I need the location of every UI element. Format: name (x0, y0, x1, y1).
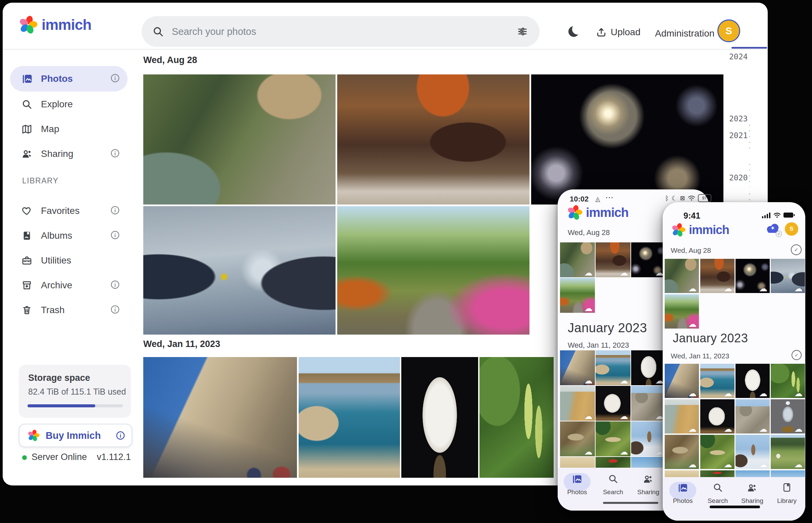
thumb-snow-village[interactable]: ☁ (736, 435, 770, 469)
thumb-lizard-rocks[interactable]: ☁ (665, 435, 699, 469)
thumb-fireworks[interactable]: ☁ (736, 259, 770, 293)
thumb-coastal[interactable]: ☁ (700, 364, 735, 398)
immich-flower-icon (19, 15, 38, 34)
map-icon (21, 124, 33, 134)
sidebar-item-explore[interactable]: Explore (3, 92, 137, 117)
phone2-nav-search[interactable]: Search (701, 483, 735, 505)
cloud-icon: ☁ (759, 460, 767, 469)
scrubber-year-2023[interactable]: 2023 (729, 114, 747, 123)
phone2-avatar[interactable]: S (785, 222, 798, 236)
scrubber-year-2020[interactable]: 2020 (729, 173, 747, 182)
thumb-autumn-path[interactable]: ☁ (665, 294, 699, 328)
info-icon[interactable] (110, 205, 120, 217)
info-icon[interactable] (116, 431, 125, 440)
thumb-bust[interactable]: ☁ (631, 350, 666, 385)
sidebar-item-trash[interactable]: Trash (3, 298, 137, 323)
sidebar-item-utilities[interactable]: Utilities (3, 248, 137, 273)
thumb-sand[interactable] (665, 470, 699, 477)
sidebar-item-favorites[interactable]: Favorites (3, 198, 137, 223)
thumb-sculpture[interactable]: ☁ (700, 399, 735, 433)
thumb-red-plant[interactable] (700, 470, 735, 477)
thumb-lizard-moss[interactable]: ☁ (700, 435, 735, 469)
info-icon[interactable] (110, 304, 120, 316)
photo-seagrape-plant[interactable] (480, 357, 554, 478)
thumb-lizard-moss[interactable]: ☁ (595, 421, 630, 456)
phone2-nav-photos[interactable]: Photos (666, 483, 699, 505)
thumb-ruins[interactable]: ☁ (736, 399, 770, 433)
select-all-check-icon[interactable]: ✓ (791, 245, 801, 255)
thumb-sculpture[interactable]: ☁ (595, 386, 630, 421)
thumb-alpine-village[interactable]: ☁ (771, 435, 805, 469)
app-logo[interactable]: immich (19, 15, 91, 34)
library-section-header: LIBRARY (22, 176, 59, 185)
phone2-nav-sharing[interactable]: Sharing (736, 483, 769, 505)
photo-fireworks[interactable] (531, 74, 723, 204)
phone1-notification-icon: ◬ (595, 195, 600, 203)
scrubber-year-2021[interactable]: 2021 (729, 131, 747, 140)
cloud-icon: ☁ (688, 425, 696, 433)
thumb-holding-hands[interactable]: ☁ (771, 259, 805, 293)
phone2-home-indicator[interactable] (710, 506, 760, 508)
thumb-fortress[interactable]: ☁ (560, 350, 595, 385)
sidebar-item-photos[interactable]: Photos (3, 66, 137, 91)
thumb-dinner-table[interactable]: ☁ (700, 259, 735, 293)
photo-fortress-walls[interactable] (143, 357, 297, 478)
photo-holding-hands[interactable] (143, 206, 335, 335)
phone1-nav-sharing[interactable]: Sharing (632, 474, 665, 496)
thumb-dinner-table[interactable]: ☁ (595, 242, 630, 277)
phone1-home-indicator[interactable] (603, 502, 658, 504)
thumb-lizard-rocks[interactable]: ☁ (560, 421, 595, 456)
thumb-sky[interactable] (771, 470, 805, 477)
administration-link[interactable]: Administration (655, 28, 714, 39)
thumb-bust[interactable]: ☁ (736, 364, 770, 398)
photo-jungle-monkeys[interactable] (143, 74, 335, 204)
scrubber-ticks[interactable] (749, 191, 750, 200)
thumb-autumn-path[interactable]: ☁ (560, 278, 595, 313)
scrubber-year-2024[interactable]: 2024 (729, 52, 747, 61)
thumb-ruins[interactable]: ☁ (631, 386, 666, 421)
thumb-fortress[interactable]: ☁ (665, 364, 699, 398)
thumb-snow-village[interactable]: ☁ (631, 421, 666, 456)
phone1-more-icon: ⋯ (605, 193, 614, 202)
thumb-ornate-silver[interactable]: ☁ (771, 399, 805, 433)
thumb-jungle-monkeys[interactable]: ☁ (665, 259, 699, 293)
thumb-sky[interactable] (736, 470, 770, 477)
photo-marble-bust[interactable] (401, 357, 478, 478)
scrubber-ticks[interactable] (749, 122, 750, 149)
search-input[interactable] (171, 26, 517, 38)
dark-mode-toggle[interactable] (568, 26, 579, 37)
info-icon[interactable] (110, 73, 120, 85)
thumb-fireworks[interactable]: ☁ (631, 242, 666, 277)
sidebar-item-albums[interactable]: Albums (3, 223, 137, 248)
thumb-beach-cliff[interactable]: ☁ (560, 386, 595, 421)
wifi-icon (688, 195, 695, 201)
thumb-sand[interactable] (560, 457, 595, 468)
upload-button[interactable]: Upload (596, 27, 641, 38)
photo-autumn-path[interactable] (337, 206, 530, 335)
scrubber-ticks[interactable] (749, 162, 750, 187)
info-icon[interactable] (110, 279, 120, 291)
phone2-nav-library[interactable]: Library (770, 483, 804, 505)
thumb-sky[interactable] (631, 457, 666, 468)
sidebar-item-sharing[interactable]: Sharing (3, 142, 137, 166)
select-all-check-icon[interactable]: ✓ (792, 350, 801, 360)
photo-coastal-town[interactable] (299, 357, 400, 478)
thumb-jungle-monkeys[interactable]: ☁ (560, 242, 595, 277)
info-icon[interactable] (110, 148, 120, 160)
thumb-beach-cliff[interactable]: ☁ (665, 399, 699, 433)
search-filter-icon[interactable] (517, 26, 528, 37)
buy-immich-button[interactable]: Buy Immich (19, 424, 132, 447)
sidebar-item-archive[interactable]: Archive (3, 273, 137, 298)
phone1-nav-search[interactable]: Search (596, 474, 630, 496)
storage-title: Storage space (28, 373, 90, 383)
info-icon[interactable] (110, 230, 120, 241)
thumb-red-plant[interactable] (595, 457, 630, 468)
thumb-coastal[interactable]: ☁ (595, 350, 630, 385)
phone1-nav-photos[interactable]: Photos (560, 474, 594, 496)
backup-cloud-icon[interactable]: ✓ (765, 222, 781, 236)
thumb-seagrape[interactable]: ☁ (771, 364, 805, 398)
search-bar[interactable] (142, 16, 539, 47)
user-avatar[interactable]: S (718, 19, 740, 42)
photo-dinner-table[interactable] (337, 74, 530, 204)
sidebar-item-map[interactable]: Map (3, 117, 137, 142)
